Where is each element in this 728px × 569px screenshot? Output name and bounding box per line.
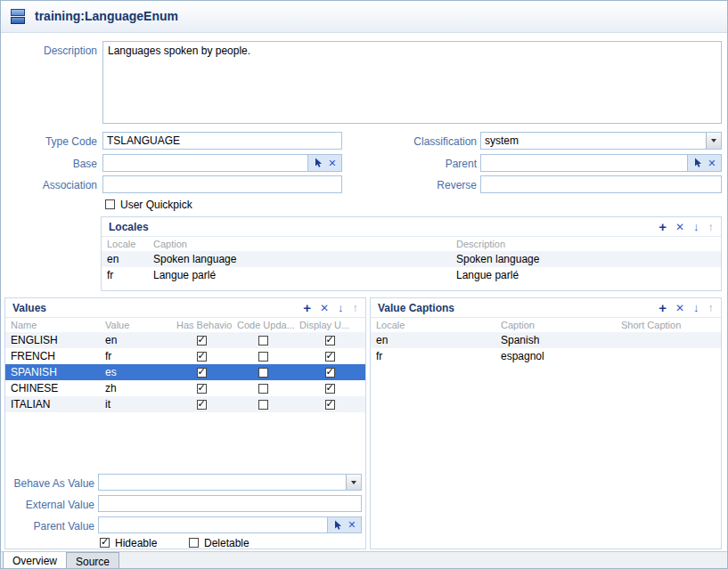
description-cell: Spoken language <box>451 253 721 265</box>
user-quickpick-checkbox[interactable] <box>105 199 115 209</box>
has-behavior-checkbox[interactable] <box>197 384 207 394</box>
value-cell: fr <box>100 350 171 362</box>
reverse-input[interactable] <box>480 175 722 193</box>
delete-icon[interactable]: ✕ <box>320 303 329 313</box>
move-up-icon[interactable]: ↑ <box>708 302 715 313</box>
value-row[interactable]: CHINESE zh <box>5 380 365 396</box>
display-update-checkbox[interactable] <box>325 384 335 394</box>
values-title: Values <box>12 302 46 314</box>
display-update-checkbox[interactable] <box>325 352 335 362</box>
column-header: Caption <box>148 239 451 249</box>
tab-overview[interactable]: Overview <box>3 552 67 569</box>
value-cell: it <box>100 398 171 410</box>
description-input[interactable]: Languages spoken by people. <box>102 41 722 124</box>
type-code-label: Type Code <box>1 135 97 148</box>
name-cell: ITALIAN <box>5 398 100 410</box>
classification-select[interactable]: system <box>480 132 722 150</box>
move-up-icon[interactable]: ↑ <box>708 221 715 232</box>
move-down-icon[interactable]: ↓ <box>693 302 699 313</box>
reverse-label: Reverse <box>357 179 477 191</box>
parent-value <box>481 155 687 171</box>
column-header: Display U... <box>294 320 365 330</box>
has-behavior-checkbox[interactable] <box>197 368 207 378</box>
value-captions-title: Value Captions <box>378 302 454 314</box>
locale-row[interactable]: en Spoken language Spoken language <box>102 251 721 267</box>
column-header: Locale <box>102 239 148 249</box>
clear-icon[interactable]: ✕ <box>328 159 336 168</box>
move-down-icon[interactable]: ↓ <box>693 221 699 232</box>
classification-label: Classification <box>357 135 477 148</box>
value-row[interactable]: ITALIAN it <box>5 396 365 412</box>
value-caption-row[interactable]: en Spanish <box>371 332 721 348</box>
association-input[interactable] <box>102 175 342 193</box>
code-update-checkbox[interactable] <box>258 400 268 410</box>
value-captions-header: Value Captions + ✕ ↓ ↑ <box>371 298 721 318</box>
values-toolbar: + ✕ ↓ ↑ <box>303 301 358 314</box>
delete-icon[interactable]: ✕ <box>675 303 684 313</box>
behave-as-value-label: Behave As Value <box>5 477 94 490</box>
caption-cell: espagnol <box>495 350 616 362</box>
code-update-checkbox[interactable] <box>258 368 268 378</box>
code-update-checkbox[interactable] <box>258 352 268 362</box>
locale-row[interactable]: fr Langue parlé Langue parlé <box>102 267 721 283</box>
display-update-checkbox[interactable] <box>325 400 335 410</box>
hideable-checkbox[interactable] <box>100 538 110 548</box>
base-value <box>103 155 307 171</box>
chevron-down-icon[interactable] <box>346 475 361 490</box>
display-update-checkbox[interactable] <box>325 368 335 378</box>
value-row[interactable]: SPANISH es <box>5 364 365 380</box>
add-icon[interactable]: + <box>658 301 667 314</box>
clear-icon[interactable]: ✕ <box>348 520 356 530</box>
name-cell: SPANISH <box>5 366 100 378</box>
pick-cursor-icon[interactable] <box>693 158 703 168</box>
has-behavior-checkbox[interactable] <box>197 336 207 345</box>
display-update-checkbox[interactable] <box>325 336 335 345</box>
classification-value: system <box>481 134 706 147</box>
parent-input[interactable]: ✕ <box>480 154 722 172</box>
has-behavior-checkbox[interactable] <box>197 352 207 362</box>
type-code-input[interactable] <box>102 132 342 150</box>
pick-cursor-icon[interactable] <box>314 158 323 168</box>
parent-value-picker: ✕ <box>327 517 361 532</box>
editor-header: training:LanguageEnum <box>1 1 727 33</box>
column-header: Has Behavior <box>171 320 232 330</box>
enum-icon <box>10 8 28 26</box>
caption-cell: Langue parlé <box>148 269 451 281</box>
values-header: Values + ✕ ↓ ↑ <box>5 298 365 318</box>
locales-toolbar: + ✕ ↓ ↑ <box>658 220 714 233</box>
column-header: Value <box>100 320 171 330</box>
clear-icon[interactable]: ✕ <box>708 159 716 168</box>
pick-cursor-icon[interactable] <box>333 520 343 531</box>
column-header: Short Caption <box>616 320 721 330</box>
locale-cell: fr <box>102 269 148 281</box>
column-header: Description <box>451 239 721 249</box>
move-up-icon[interactable]: ↑ <box>353 302 359 313</box>
value-row[interactable]: FRENCH fr <box>5 348 365 364</box>
has-behavior-checkbox[interactable] <box>197 400 207 410</box>
tab-source[interactable]: Source <box>66 552 119 569</box>
parent-value-input[interactable]: ✕ <box>98 516 362 533</box>
behave-as-value-select[interactable] <box>98 474 362 491</box>
enum-editor-window: training:LanguageEnum Description Langua… <box>0 0 728 569</box>
name-cell: CHINESE <box>5 382 100 394</box>
value-row[interactable]: ENGLISH en <box>5 332 365 348</box>
add-icon[interactable]: + <box>303 301 311 314</box>
column-header: Locale <box>371 320 495 330</box>
add-icon[interactable]: + <box>658 220 667 233</box>
value-caption-row[interactable]: fr espagnol <box>371 348 721 364</box>
description-label: Description <box>1 45 97 57</box>
locale-cell: en <box>102 253 148 265</box>
name-cell: ENGLISH <box>5 334 100 346</box>
chevron-down-icon[interactable] <box>706 133 721 149</box>
deletable-checkbox[interactable] <box>189 538 199 548</box>
name-cell: FRENCH <box>5 350 100 362</box>
delete-icon[interactable]: ✕ <box>675 222 684 232</box>
base-input[interactable]: ✕ <box>102 154 342 172</box>
move-down-icon[interactable]: ↓ <box>338 302 344 313</box>
external-value-input[interactable] <box>98 495 362 512</box>
caption-cell: Spoken language <box>148 253 451 265</box>
value-cell: en <box>100 334 171 346</box>
code-update-checkbox[interactable] <box>258 336 268 345</box>
value-captions-column-headers: Locale Caption Short Caption <box>371 318 721 332</box>
code-update-checkbox[interactable] <box>258 384 268 394</box>
